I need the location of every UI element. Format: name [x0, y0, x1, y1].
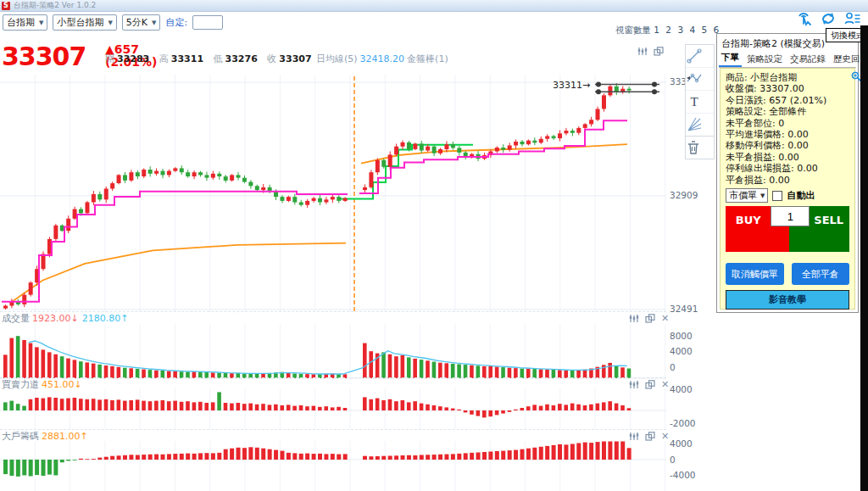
last-price: 33307 [2, 42, 86, 71]
buy-button[interactable]: BUY [726, 206, 771, 252]
trendline-tool-icon[interactable] [686, 45, 714, 68]
order-form: 商品: 小型台指期收盤價: 33307.00今日漲跌: 657 (2.01%)策… [720, 68, 855, 310]
axis-label: 32491 [670, 304, 704, 314]
window-count-label: 視窗數量 [615, 25, 651, 35]
strength-value: 451.00↓ [42, 379, 82, 390]
candle-chart-icon[interactable] [629, 432, 639, 441]
close-icon[interactable]: ✕ [661, 315, 669, 323]
window-count-numbers[interactable]: 1 2 3 4 5 6 [654, 25, 721, 35]
volume-label: 成交量 [2, 313, 30, 324]
open-label: 開 [105, 53, 114, 64]
panel-title: 台指期-策略2 (模擬交易) [721, 37, 825, 50]
order-type-select[interactable]: 市價單 ▼ [726, 188, 768, 203]
app-logo-icon: S [2, 2, 10, 10]
panel-info-row: 收盤價: 33307.00 [726, 83, 849, 94]
trash-icon[interactable] [686, 137, 714, 159]
polyline-tool-icon[interactable] [686, 68, 714, 91]
auto-out-checkbox[interactable] [772, 191, 782, 201]
axis-label: -2000 [670, 418, 704, 428]
volume-bars-group [3, 336, 631, 378]
volume-header: 成交量1923.00↓2180.80↑ [2, 312, 128, 325]
axis-label: 4000 [670, 438, 704, 449]
window-title: 台指期-策略2 Ver 1.0.2 [14, 0, 96, 11]
axis-label: 4000 [670, 384, 704, 394]
account-list-icon[interactable] [844, 10, 861, 27]
ma-label: 日均線(5) [316, 53, 358, 64]
bigplayer-bars-group [3, 442, 632, 477]
panel-info-row: 策略設定: 全部條件 [726, 106, 849, 117]
video-tutorial-button[interactable]: 影音教學 [726, 290, 849, 310]
axis-label: 8000 [670, 331, 704, 341]
symbol-select-value: 台指期 [7, 16, 35, 29]
strength-chart[interactable] [0, 388, 668, 429]
volume-icon-group: ✕ [629, 314, 669, 323]
strength-label: 買賣力道 [2, 379, 39, 390]
open-value: 33283 [117, 53, 149, 64]
tab-order[interactable]: 下單 [719, 50, 742, 67]
candle-chart-icon[interactable] [637, 47, 648, 56]
panel-info-row: 停利線出場損益: 0.00 [726, 163, 849, 174]
cancel-trigger-order-button[interactable]: 取消觸價單 [726, 263, 784, 285]
panel-info-row: 移動停利價格: 0.00 [726, 140, 849, 151]
symbol-select[interactable]: 台指期 ▼ [3, 14, 47, 31]
swap-window-icon[interactable] [645, 314, 655, 323]
strength-bars-group [3, 392, 631, 417]
interval-select[interactable]: 5分K ▼ [122, 14, 161, 31]
candle-chart-icon[interactable] [629, 380, 639, 389]
axis-label: 4000 [670, 346, 704, 356]
main-chart-canvas[interactable]: 33311→ [0, 38, 668, 315]
ohlc-row: 開33283 高33311 低33276 收33307 [105, 53, 312, 65]
quantity-input[interactable] [771, 206, 810, 226]
text-tool-icon[interactable]: T [686, 91, 714, 114]
bigplayer-header: 大戶籌碼2881.00↑ [2, 430, 88, 443]
fan-lines-tool-icon[interactable] [686, 114, 714, 136]
tab-trade-records[interactable]: 交易記錄 [787, 52, 828, 67]
custom-interval-input[interactable] [192, 15, 223, 30]
axis-label: 0 [670, 455, 704, 465]
bigplayer-label: 大戶籌碼 [2, 431, 39, 442]
volume-chart[interactable] [0, 324, 668, 380]
tab-strategy-settings[interactable]: 策略設定 [744, 52, 785, 67]
contract-select-value: 小型台指期 [57, 16, 103, 29]
close-icon[interactable]: ✕ [661, 381, 669, 389]
contract-select[interactable]: 小型台指期 ▼ [53, 14, 116, 31]
app-window: S 台指期-策略2 Ver 1.0.2 台指期 ▼ 小型台指期 ▼ 5分K ▼ … [0, 0, 868, 491]
order-controls: 市價單 ▼ 自動出 [726, 188, 849, 203]
chevron-down-icon: ▼ [39, 20, 43, 26]
quantity-cell [771, 206, 808, 252]
auto-out-label: 自動出 [787, 189, 815, 202]
tap-signal-icon[interactable] [795, 10, 812, 27]
action-buttons: 取消觸價單 全部平倉 [726, 263, 849, 285]
ma-row: 日均線(5)32418.20金箍棒(1) [316, 53, 448, 65]
toolbar: 台指期 ▼ 小型台指期 ▼ 5分K ▼ 自定: [0, 13, 712, 32]
swap-window-icon[interactable] [645, 432, 655, 441]
svg-text:T: T [690, 95, 698, 109]
axis-label: 0 [670, 362, 704, 372]
panel-info-row: 今日漲跌: 657 (2.01%) [726, 95, 849, 106]
bigplayer-chart[interactable] [0, 441, 668, 491]
ma-value: 32418.20 [360, 53, 405, 64]
panel-tabs: 下單策略設定交易記錄歷史回測 [719, 51, 856, 68]
high-value: 33311 [171, 53, 203, 64]
chevron-down-icon: ▼ [760, 192, 765, 199]
svg-text:33311→: 33311→ [553, 80, 590, 91]
main-chart-icon-group [637, 47, 664, 56]
candle-chart-icon[interactable] [629, 314, 639, 323]
volume-value: 1923.00↓ [32, 313, 79, 324]
top-icon-group [795, 10, 861, 27]
sell-button[interactable]: SELL [808, 206, 849, 252]
low-label: 低 [214, 53, 223, 64]
panel-info-row: 平均進場價格: 0.00 [726, 129, 849, 140]
window-count-control[interactable]: 視窗數量 1 2 3 4 5 6 [615, 25, 721, 36]
chevron-down-icon: ▼ [152, 20, 156, 26]
refresh-icon[interactable] [820, 10, 837, 27]
order-type-value: 市價單 [729, 189, 757, 202]
swap-window-icon[interactable] [645, 380, 655, 389]
buy-sell-row: BUY SELL [726, 206, 849, 252]
close-icon[interactable]: ✕ [661, 432, 669, 441]
bigplayer-value: 2881.00↑ [42, 431, 88, 442]
close-all-positions-button[interactable]: 全部平倉 [792, 263, 850, 285]
swap-window-icon[interactable] [654, 47, 664, 56]
close-label: 收 [267, 53, 276, 64]
interval-select-value: 5分K [126, 16, 147, 29]
